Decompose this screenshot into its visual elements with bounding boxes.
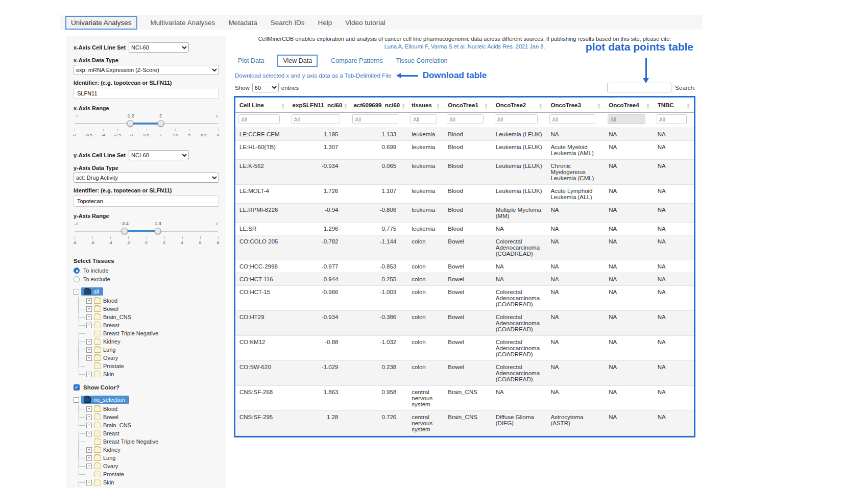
x-axis-cell-line-set-select[interactable]: NCI-60 — [129, 42, 189, 53]
download-tsv-link[interactable]: Download selected x and y axis data as a… — [235, 72, 392, 79]
table-row[interactable]: LE:RPMI-8226-0.94-0.806leukemiaBloodMult… — [235, 204, 694, 223]
show-color-toggle[interactable]: ✓ Show Color? — [74, 384, 219, 391]
table-row[interactable]: CO:HCT-15-0.966-1.003colonBowelColorecta… — [235, 286, 694, 311]
nav-tab-video-tutorial[interactable]: Video tutorial — [345, 19, 385, 27]
tab-compare-patterns[interactable]: Compare Patterns — [331, 57, 382, 64]
expand-icon[interactable]: + — [86, 447, 92, 453]
table-row[interactable]: CNS:SF-2681.8630.958central nervous syst… — [235, 386, 694, 411]
expand-icon[interactable]: + — [86, 455, 92, 461]
column-filter-oncotree2[interactable] — [495, 114, 538, 124]
tree-item-breast-triple-negative[interactable]: Breast Triple Negative — [79, 437, 219, 446]
table-row[interactable]: CO:HT29-0.934-0.386colonBowelColorectal … — [235, 311, 694, 336]
table-row[interactable]: CNS:SF-2951.280.726central nervous syste… — [235, 411, 694, 436]
y-axis-cell-line-set-select[interactable]: NCI-60 — [129, 150, 189, 160]
expand-icon[interactable]: + — [86, 414, 92, 420]
column-header-cell-line[interactable]: Cell Line — [235, 97, 288, 113]
range-handle-max[interactable] — [157, 120, 164, 127]
tree-item-skin[interactable]: +Skin — [79, 478, 219, 486]
tree-root-all[interactable]: -all — [74, 287, 219, 296]
column-header-oncotree1[interactable]: OncoTree1 — [444, 97, 491, 113]
range-handle-min[interactable] — [127, 120, 133, 127]
expand-icon[interactable]: + — [86, 480, 92, 485]
tree-item-blood[interactable]: +Blood — [79, 297, 219, 305]
nav-tab-univariate-analyses[interactable]: Univariate Analyses — [65, 16, 137, 30]
tree-item-kidney[interactable]: +Kidney — [79, 337, 219, 346]
expand-icon[interactable]: + — [86, 323, 92, 328]
column-filter-cell-line[interactable] — [238, 114, 280, 124]
column-header-act609699-nci60[interactable]: act609699_nci60 — [349, 97, 407, 113]
nav-tab-multivariate-analyses[interactable]: Multivariate Analyses — [151, 19, 215, 27]
column-filter-oncotree4[interactable] — [608, 114, 645, 124]
table-row[interactable]: LE:CCRF-CEM1.1951.133leukemiaBloodLeukem… — [235, 128, 694, 141]
column-header-tnbc[interactable]: TNBC — [654, 97, 694, 113]
nav-tab-help[interactable]: Help — [318, 19, 332, 27]
nav-tab-search-ids[interactable]: Search IDs — [271, 19, 305, 27]
tree-item-lung[interactable]: +Lung — [79, 454, 219, 462]
expand-icon[interactable]: + — [86, 298, 92, 304]
tree-item-bowel[interactable]: +Bowel — [79, 305, 219, 313]
entries-per-page-select[interactable]: 60 — [252, 83, 279, 92]
table-search-input[interactable] — [607, 83, 671, 92]
range-handle-max[interactable] — [155, 228, 161, 234]
column-filter-expslfn11-nci60[interactable] — [292, 114, 340, 124]
table-row[interactable]: CO:KM12-0.88-1.032colonBowelColorectal A… — [235, 336, 694, 361]
collapse-icon[interactable]: - — [74, 397, 79, 403]
column-filter-oncotree3[interactable] — [549, 114, 595, 124]
tab-view-data[interactable]: View Data — [277, 55, 318, 67]
tree-item-breast[interactable]: +Breast — [79, 429, 219, 437]
tree-root-no-selection[interactable]: -no_selection — [74, 396, 219, 404]
table-row[interactable]: LE:SR1.2960.775leukemiaBloodNANANANA — [235, 223, 694, 235]
y-axis-data-type-select[interactable]: act: Drug Activity — [74, 173, 219, 183]
column-header-oncotree3[interactable]: OncoTree3 — [546, 97, 605, 113]
y-axis-identifier-input[interactable] — [74, 196, 219, 207]
tree-item-prostate[interactable]: Prostate — [79, 470, 219, 478]
tree-item-brain-cns[interactable]: +Brain_CNS — [79, 313, 219, 321]
expand-icon[interactable]: + — [86, 406, 92, 412]
table-row[interactable]: LE:K-562-0.9340.065leukemiaBloodLeukemia… — [235, 160, 694, 185]
expand-icon[interactable]: + — [86, 314, 92, 320]
tree-item-bowel[interactable]: +Bowel — [79, 413, 219, 421]
table-row[interactable]: CO:HCT-116-0.9440.255colonBowelNANANANA — [235, 273, 694, 286]
tree-item-prostate[interactable]: Prostate — [79, 362, 219, 370]
radio-to-exclude[interactable]: To exclude — [74, 276, 219, 282]
y-axis-range-slider[interactable]: -88-2.41.3-8-6-4-202468 — [75, 221, 218, 250]
expand-icon[interactable]: + — [86, 463, 92, 469]
column-filter-act609699-nci60[interactable] — [352, 114, 398, 124]
column-header-tissues[interactable]: tissues — [407, 97, 444, 113]
expand-icon[interactable]: + — [86, 423, 92, 428]
expand-icon[interactable]: + — [86, 347, 92, 353]
column-filter-tnbc[interactable] — [657, 114, 687, 124]
tree-item-blood[interactable]: +Blood — [79, 405, 219, 413]
tree-item-kidney[interactable]: +Kidney — [79, 446, 219, 454]
column-filter-oncotree1[interactable] — [447, 114, 484, 124]
table-row[interactable]: CO:SW-620-1.0290.238colonBowelColorectal… — [235, 361, 694, 386]
tree-item-breast-triple-negative[interactable]: Breast Triple Negative — [79, 329, 219, 337]
expand-icon[interactable]: + — [86, 355, 92, 361]
table-row[interactable]: CO:HCC-2998-0.977-0.853colonBowelNANANAN… — [235, 260, 694, 273]
nav-tab-metadata[interactable]: Metadata — [228, 19, 257, 27]
tree-item-ovary[interactable]: +Ovary — [79, 462, 219, 470]
x-axis-range-slider[interactable]: -78-1.22-7-5.5-4-2.5-10.523.556.58 — [75, 113, 218, 142]
expand-icon[interactable]: + — [86, 372, 92, 377]
table-row[interactable]: CO:COLO 205-0.782-1.144colonBowelColorec… — [235, 235, 694, 260]
tree-item-breast[interactable]: +Breast — [79, 321, 219, 329]
expand-icon[interactable]: + — [86, 339, 92, 345]
collapse-icon[interactable]: - — [74, 289, 79, 295]
tab-plot-data[interactable]: Plot Data — [238, 57, 264, 64]
range-handle-min[interactable] — [122, 228, 128, 234]
expand-icon[interactable]: + — [86, 306, 92, 312]
x-axis-data-type-select[interactable]: exp: mRNA Expression (Z-Score) — [74, 65, 219, 75]
tree-item-brain-cns[interactable]: +Brain_CNS — [79, 421, 219, 429]
tree-item-lung[interactable]: +Lung — [79, 346, 219, 354]
column-header-oncotree2[interactable]: OncoTree2 — [492, 97, 547, 113]
column-header-oncotree4[interactable]: OncoTree4 — [605, 97, 653, 113]
tab-tissue-correlation[interactable]: Tissue Correlation — [396, 57, 448, 64]
table-row[interactable]: LE:MOLT-41.7261.107leukemiaBloodLeukemia… — [235, 185, 694, 204]
tree-item-skin[interactable]: +Skin — [79, 370, 219, 378]
x-axis-identifier-input[interactable] — [74, 88, 219, 99]
column-header-expslfn11-nci60[interactable]: expSLFN11_nci60 — [288, 97, 350, 113]
tree-item-ovary[interactable]: +Ovary — [79, 354, 219, 362]
column-filter-tissues[interactable] — [411, 114, 437, 124]
radio-to-include[interactable]: To include — [74, 267, 219, 274]
expand-icon[interactable]: + — [86, 431, 92, 436]
